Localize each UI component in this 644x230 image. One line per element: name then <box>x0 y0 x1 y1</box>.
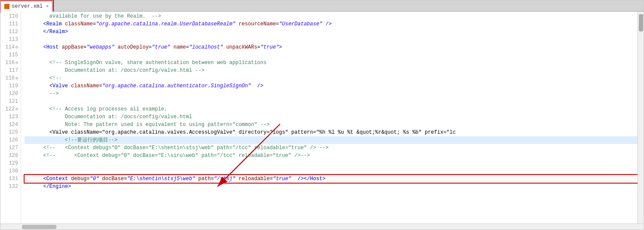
line-number: 124 <box>0 121 18 129</box>
code-line <box>25 159 638 167</box>
line-number: 129 <box>0 159 18 167</box>
tab-close-button[interactable]: × <box>46 4 49 9</box>
code-line: --> <box>25 90 638 98</box>
scrollbar[interactable] <box>638 12 644 224</box>
line-number: 110 <box>0 12 18 20</box>
line-number: 114 <box>0 43 18 51</box>
line-number: 131 <box>0 175 18 183</box>
code-line: <!-- <box>25 74 638 82</box>
line-number: 127 <box>0 144 18 152</box>
tab-bar: server.xml × <box>0 0 644 12</box>
line-number: 123 <box>0 113 18 121</box>
line-number: 115 <box>0 51 18 59</box>
code-line <box>25 51 638 59</box>
code-line: Note: The pattern used is equivalent to … <box>25 121 638 129</box>
code-line: <!-- Access log processes all example. <box>25 105 638 113</box>
line-number: 120 <box>0 90 18 98</box>
line-number: 132 <box>0 183 18 190</box>
line-number: 122 <box>0 105 18 113</box>
code-line: <Context debug="0" docBase="E:\shentin\s… <box>25 175 638 183</box>
line-number: 125 <box>0 129 18 136</box>
code-line: <!-- SingleSignOn valve, share authentic… <box>25 59 638 67</box>
code-line: <Realm className="org.apache.catalina.re… <box>25 20 638 28</box>
code-line: <!-- <Context debug="0" docBase="E:\shen… <box>25 144 638 152</box>
scrollbar-thumb[interactable] <box>639 14 643 31</box>
horizontal-scrollbar[interactable] <box>0 224 644 230</box>
line-number: 113 <box>0 36 18 43</box>
code-line: Documentation at: /docs/config/valve.htm… <box>25 113 638 121</box>
code-line: <Valve className="org.apache.catalina.va… <box>25 129 638 136</box>
code-line <box>25 98 638 105</box>
code-line: <!--要运行的项目--> <box>25 136 638 144</box>
tab-filename: server.xml <box>12 3 43 9</box>
line-numbers: 1101111121131141151161171181191201211221… <box>0 12 21 224</box>
line-number: 116 <box>0 59 18 67</box>
code-line: </Realm> <box>25 28 638 36</box>
code-line: <Valve className="org.apache.catalina.au… <box>25 82 638 90</box>
code-line: Documentation at: /docs/config/valve.htm… <box>25 67 638 74</box>
line-number: 130 <box>0 167 18 175</box>
code-line: <Host appBase="webapps" autoDeploy="true… <box>25 43 638 51</box>
line-number: 121 <box>0 98 18 105</box>
line-number: 118 <box>0 74 18 82</box>
code-content[interactable]: available for use by the Realm. --> <Rea… <box>21 12 638 224</box>
code-line: available for use by the Realm. --> <box>25 12 638 20</box>
line-number: 126 <box>0 136 18 144</box>
line-number: 117 <box>0 67 18 74</box>
code-line <box>25 167 638 175</box>
line-number: 111 <box>0 20 18 28</box>
editor-container: server.xml × 110111112113114115116117118… <box>0 0 644 230</box>
line-number: 128 <box>0 152 18 159</box>
line-number: 119 <box>0 82 18 90</box>
file-tab[interactable]: server.xml × <box>0 1 53 12</box>
code-line: <!-- <Context debug="0" docBase="E:\siru… <box>25 152 638 159</box>
code-area: 1101111121131141151161171181191201211221… <box>0 12 644 224</box>
h-scroll-thumb[interactable] <box>22 225 56 229</box>
code-line: </Engine> <box>25 183 638 190</box>
xml-file-icon <box>4 4 9 9</box>
code-line <box>25 36 638 43</box>
line-number: 112 <box>0 28 18 36</box>
